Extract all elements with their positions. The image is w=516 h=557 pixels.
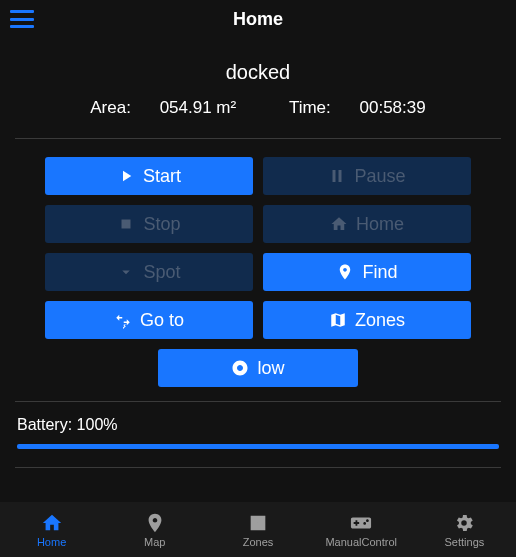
header: Home	[0, 0, 516, 38]
tab-home-label: Home	[37, 536, 66, 548]
tab-map[interactable]: Map	[103, 502, 206, 557]
play-icon	[117, 167, 135, 185]
battery-section: Battery: 100%	[15, 406, 501, 449]
stop-label: Stop	[143, 214, 180, 235]
tab-manual[interactable]: ManualControl	[310, 502, 413, 557]
menu-icon[interactable]	[10, 10, 34, 28]
page-title: Home	[233, 9, 283, 30]
pause-icon	[328, 167, 346, 185]
status-text: docked	[15, 61, 501, 84]
pause-label: Pause	[354, 166, 405, 187]
battery-text: Battery: 100%	[17, 416, 499, 434]
spot-label: Spot	[143, 262, 180, 283]
caret-down-icon	[117, 263, 135, 281]
zones-button[interactable]: Zones	[263, 301, 471, 339]
main-content: docked Area: 054.91 m² Time: 00:58:39 St…	[0, 38, 516, 502]
stats-row: Area: 054.91 m² Time: 00:58:39	[15, 98, 501, 118]
directions-icon	[114, 311, 132, 329]
tab-manual-label: ManualControl	[325, 536, 397, 548]
divider	[15, 401, 501, 402]
tab-map-label: Map	[144, 536, 165, 548]
time-stat: Time: 00:58:39	[277, 98, 438, 117]
zones-label: Zones	[355, 310, 405, 331]
home-icon	[330, 215, 348, 233]
pause-button: Pause	[263, 157, 471, 195]
tab-zones[interactable]: Zones	[206, 502, 309, 557]
home-button: Home	[263, 205, 471, 243]
pin-icon	[144, 512, 166, 534]
fanspeed-label: low	[257, 358, 284, 379]
map-icon	[329, 311, 347, 329]
tab-home[interactable]: Home	[0, 502, 103, 557]
find-button[interactable]: Find	[263, 253, 471, 291]
pin-icon	[336, 263, 354, 281]
find-label: Find	[362, 262, 397, 283]
tab-settings[interactable]: Settings	[413, 502, 516, 557]
tab-zones-label: Zones	[243, 536, 274, 548]
divider	[15, 467, 501, 468]
start-label: Start	[143, 166, 181, 187]
share-icon	[247, 512, 269, 534]
goto-label: Go to	[140, 310, 184, 331]
gear-icon	[453, 512, 475, 534]
fan-icon	[231, 359, 249, 377]
battery-bar	[17, 444, 499, 449]
battery-fill	[17, 444, 499, 449]
home-label: Home	[356, 214, 404, 235]
tab-settings-label: Settings	[445, 536, 485, 548]
stop-icon	[117, 215, 135, 233]
button-grid: Start Pause Stop Home Spot Find Go to Z	[15, 143, 501, 397]
spot-button: Spot	[45, 253, 253, 291]
home-icon	[41, 512, 63, 534]
goto-button[interactable]: Go to	[45, 301, 253, 339]
gamepad-icon	[350, 512, 372, 534]
fanspeed-button[interactable]: low	[158, 349, 358, 387]
area-stat: Area: 054.91 m²	[78, 98, 248, 117]
start-button[interactable]: Start	[45, 157, 253, 195]
tabbar: Home Map Zones ManualControl Settings	[0, 502, 516, 557]
stop-button: Stop	[45, 205, 253, 243]
divider	[15, 138, 501, 139]
